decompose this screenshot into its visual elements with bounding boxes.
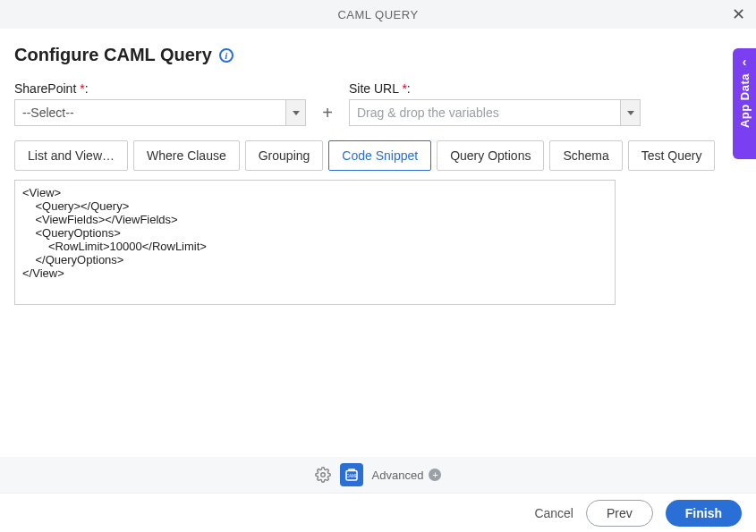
dialog-header: CAML QUERY ✕ — [0, 0, 756, 29]
sharepoint-select[interactable] — [14, 99, 306, 126]
sharepoint-input[interactable] — [15, 100, 285, 125]
tab-where-clause[interactable]: Where Clause — [133, 140, 240, 171]
sharepoint-dropdown-button[interactable] — [285, 100, 305, 125]
app-data-label: App Data — [738, 73, 752, 128]
caml-chip-icon[interactable]: CAML — [340, 463, 363, 486]
tab-schema[interactable]: Schema — [549, 140, 622, 171]
tab-list-and-view[interactable]: List and View… — [14, 140, 128, 171]
plus-circle-icon: + — [429, 469, 441, 481]
svg-text:CAML: CAML — [345, 474, 357, 478]
fields-row: SharePoint *: + Site URL *: — [14, 81, 742, 126]
chevron-down-icon — [293, 111, 300, 115]
svg-point-0 — [320, 473, 325, 477]
tab-test-query[interactable]: Test Query — [628, 140, 716, 171]
dialog-content: Configure CAML Query i SharePoint *: + S… — [0, 29, 756, 305]
site-url-dropdown-button[interactable] — [620, 100, 640, 125]
site-url-select[interactable] — [349, 99, 641, 126]
bottom-toolbar: CAML Advanced + — [0, 457, 756, 493]
page-title: Configure CAML Query — [14, 45, 212, 65]
code-snippet-box[interactable]: <View> <Query></Query> <ViewFields></Vie… — [14, 180, 616, 305]
advanced-button[interactable]: Advanced + — [372, 469, 442, 482]
tab-code-snippet[interactable]: Code Snippet — [328, 140, 431, 171]
page-title-row: Configure CAML Query i — [14, 45, 742, 65]
close-icon[interactable]: ✕ — [732, 4, 746, 24]
chevron-left-icon: ‹ — [743, 55, 747, 68]
dialog-footer: Cancel Prev Finish — [0, 493, 756, 532]
dialog-title: CAML QUERY — [337, 8, 418, 21]
gear-icon[interactable] — [315, 467, 331, 483]
tab-grouping[interactable]: Grouping — [245, 140, 324, 171]
sharepoint-field: SharePoint *: — [14, 81, 306, 126]
tabs: List and View… Where Clause Grouping Cod… — [14, 140, 742, 171]
cancel-button[interactable]: Cancel — [534, 506, 573, 520]
site-url-field: Site URL *: — [349, 81, 641, 126]
prev-button[interactable]: Prev — [586, 500, 653, 527]
sharepoint-label: SharePoint *: — [14, 81, 306, 96]
site-url-label: Site URL *: — [349, 81, 641, 96]
finish-button[interactable]: Finish — [666, 500, 742, 527]
chevron-down-icon — [627, 111, 634, 115]
site-url-input[interactable] — [350, 100, 620, 125]
add-sharepoint-button[interactable]: + — [317, 99, 338, 126]
info-icon[interactable]: i — [219, 48, 234, 63]
advanced-label: Advanced — [372, 469, 424, 482]
app-data-panel-toggle[interactable]: ‹ App Data — [733, 48, 756, 159]
tab-query-options[interactable]: Query Options — [437, 140, 544, 171]
